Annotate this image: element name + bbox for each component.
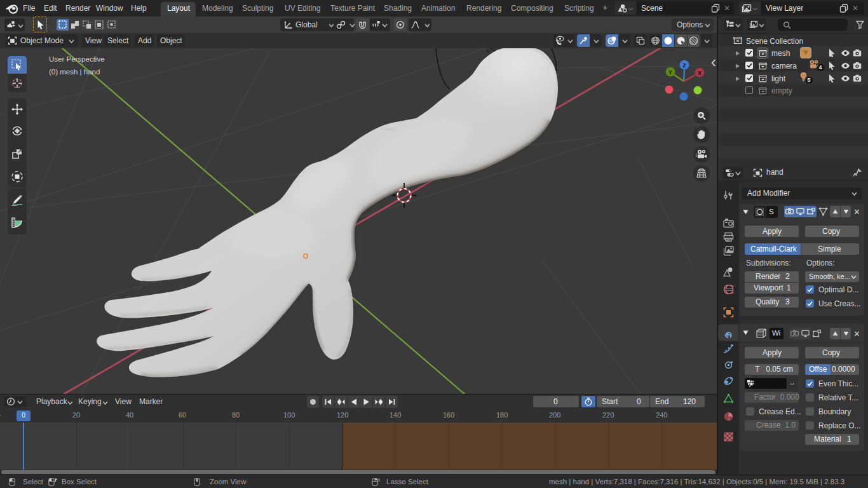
svg-text:Z: Z xyxy=(682,62,686,69)
svg-text:X: X xyxy=(698,70,702,76)
svg-text:Y: Y xyxy=(668,69,672,76)
